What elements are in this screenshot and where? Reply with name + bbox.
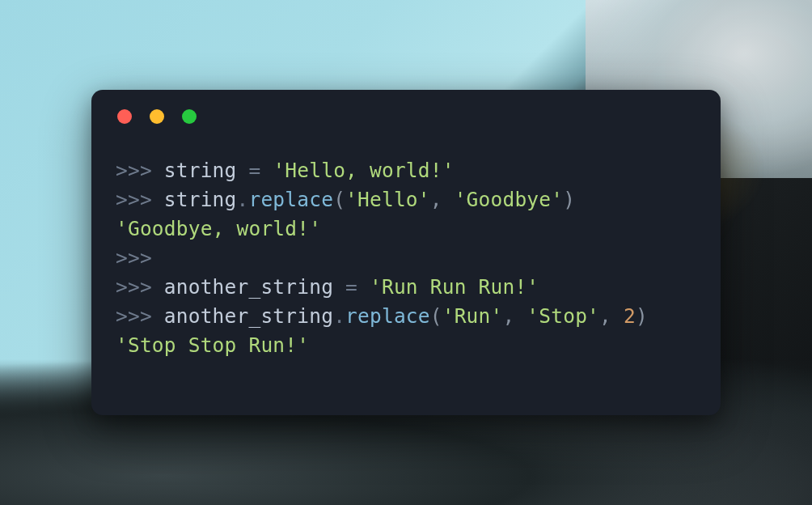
prompt: >>> bbox=[116, 188, 164, 211]
string-literal: 'Goodbye' bbox=[455, 188, 564, 211]
code-line: >>> another_string = 'Run Run Run!' bbox=[116, 275, 539, 299]
comma: , bbox=[430, 188, 455, 211]
maximize-icon[interactable] bbox=[182, 109, 197, 124]
dot: . bbox=[333, 304, 345, 328]
operator: = bbox=[237, 159, 273, 182]
comma: , bbox=[502, 304, 527, 328]
code-line: >>> bbox=[116, 246, 152, 269]
operator: = bbox=[333, 275, 370, 299]
string-literal: 'Run Run Run!' bbox=[370, 275, 539, 299]
variable: another_string bbox=[164, 304, 333, 328]
prompt: >>> bbox=[116, 246, 152, 269]
close-icon[interactable] bbox=[117, 109, 132, 124]
comma: , bbox=[599, 304, 624, 328]
code-line: >>> another_string.replace('Run', 'Stop'… bbox=[116, 304, 648, 328]
string-literal: 'Stop' bbox=[527, 304, 599, 328]
code-line: >>> string.replace('Hello', 'Goodbye') bbox=[116, 188, 575, 211]
code-line: 'Goodbye, world!' bbox=[116, 217, 321, 240]
prompt: >>> bbox=[116, 275, 164, 299]
string-literal: 'Hello' bbox=[345, 188, 430, 211]
prompt: >>> bbox=[116, 159, 164, 182]
function-name: replace bbox=[345, 304, 430, 328]
minimize-icon[interactable] bbox=[150, 109, 164, 124]
output: 'Stop Stop Run!' bbox=[116, 333, 309, 357]
paren-close: ) bbox=[563, 188, 575, 211]
output: 'Goodbye, world!' bbox=[116, 217, 321, 240]
variable: string bbox=[164, 159, 237, 182]
window-controls bbox=[117, 109, 696, 124]
prompt: >>> bbox=[116, 304, 164, 328]
string-literal: 'Hello, world!' bbox=[273, 159, 454, 182]
string-literal: 'Run' bbox=[442, 304, 503, 328]
paren-close: ) bbox=[636, 304, 648, 328]
code-line: >>> string = 'Hello, world!' bbox=[116, 159, 455, 182]
paren-open: ( bbox=[430, 304, 442, 328]
function-name: replace bbox=[248, 188, 333, 211]
variable: string bbox=[164, 188, 237, 211]
paren-open: ( bbox=[333, 188, 345, 211]
number-literal: 2 bbox=[624, 304, 636, 328]
dot: . bbox=[237, 188, 249, 211]
code-line: 'Stop Stop Run!' bbox=[116, 333, 309, 357]
code-block: >>> string = 'Hello, world!' >>> string.… bbox=[116, 156, 696, 360]
variable: another_string bbox=[164, 275, 333, 299]
terminal-window: >>> string = 'Hello, world!' >>> string.… bbox=[91, 90, 721, 415]
